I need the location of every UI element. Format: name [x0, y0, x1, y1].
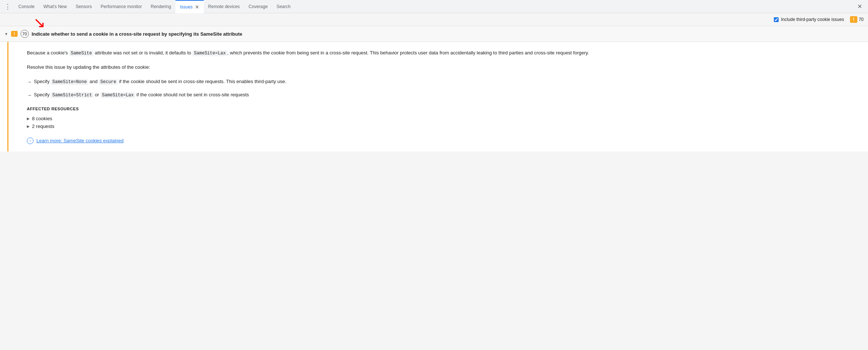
tab-coverage[interactable]: Coverage: [244, 0, 272, 13]
tab-performance-monitor[interactable]: Performance monitor: [96, 0, 146, 13]
issue-description: Because a cookie's SameSite attribute wa…: [27, 49, 857, 57]
issues-header-row: Include third-party cookie issues ! 70: [0, 13, 868, 26]
arrow-icon-1: →: [27, 78, 32, 86]
more-tabs-button[interactable]: ⋮: [1, 3, 14, 11]
tab-issues[interactable]: Issues ✕: [175, 0, 204, 13]
requests-resource[interactable]: ▶ 2 requests: [27, 122, 857, 130]
tab-search[interactable]: Search: [272, 0, 295, 13]
requests-label: 2 requests: [32, 124, 54, 129]
tab-close-issues[interactable]: ✕: [195, 4, 199, 10]
issue-section: ▼ ! 70 Indicate whether to send a cookie…: [0, 26, 868, 151]
tab-whats-new[interactable]: What's New: [39, 0, 71, 13]
tab-remote-devices[interactable]: Remote devices: [204, 0, 244, 13]
issue-content: Because a cookie's SameSite attribute wa…: [7, 42, 868, 151]
learn-more-link[interactable]: Learn more: SameSite cookies explained: [36, 138, 124, 143]
panel-close-button[interactable]: ✕: [856, 1, 864, 11]
samesite-lax-code2: SameSite=Lax: [100, 92, 135, 98]
secure-code: Secure: [99, 79, 118, 85]
warning-icon-small: !: [11, 31, 18, 37]
expand-cookies-icon: ▶: [27, 117, 30, 121]
warning-icon-badge: !: [850, 16, 857, 23]
issue-header[interactable]: ▼ ! 70 Indicate whether to send a cookie…: [0, 26, 868, 42]
issue-count-badge: ! 70: [850, 16, 864, 23]
affected-resources: AFFECTED RESOURCES ▶ 8 cookies ▶ 2 reque…: [27, 107, 857, 130]
tab-sensors[interactable]: Sensors: [71, 0, 96, 13]
issue-title: Indicate whether to send a cookie in a c…: [32, 31, 242, 37]
issue-count-circle: 70: [21, 30, 29, 38]
learn-more-section: → Learn more: SameSite cookies explained: [27, 138, 857, 144]
issue-bullet-2: → Specify SameSite=Strict or SameSite=La…: [27, 91, 857, 99]
samesite-strict-code: SameSite=Strict: [51, 92, 93, 98]
expand-requests-icon: ▶: [27, 124, 30, 128]
tab-console[interactable]: Console: [14, 0, 39, 13]
cookies-resource[interactable]: ▶ 8 cookies: [27, 115, 857, 122]
arrow-icon-2: →: [27, 92, 32, 99]
tab-bar-end: ✕: [856, 1, 867, 11]
third-party-checkbox-label[interactable]: Include third-party cookie issues: [774, 17, 844, 22]
learn-more-icon: →: [27, 138, 33, 144]
devtools-panel: ⋮ Console What's New Sensors Performance…: [0, 0, 868, 151]
samesite-lax-code: SameSite=Lax: [192, 50, 227, 56]
samesite-code: SameSite: [69, 50, 93, 56]
chevron-down-icon: ▼: [4, 32, 8, 36]
affected-resources-title: AFFECTED RESOURCES: [27, 107, 857, 111]
samesite-none-code: SameSite=None: [51, 79, 88, 85]
cookies-label: 8 cookies: [32, 116, 52, 121]
total-issue-count: 70: [859, 17, 864, 22]
issue-resolve-text: Resolve this issue by updating the attri…: [27, 64, 857, 71]
tab-rendering[interactable]: Rendering: [146, 0, 175, 13]
tab-bar: ⋮ Console What's New Sensors Performance…: [0, 0, 868, 13]
third-party-checkbox[interactable]: [774, 17, 779, 22]
issue-bullet-1: → Specify SameSite=None and Secure if th…: [27, 78, 857, 86]
